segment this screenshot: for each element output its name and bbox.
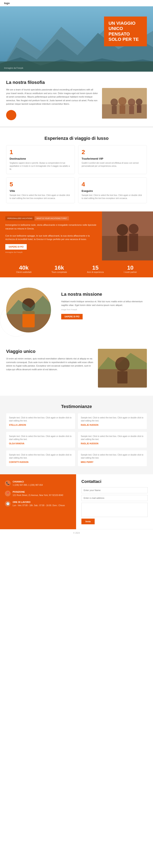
- test-name-3: OLGA IVANOVA: [9, 442, 72, 445]
- contact-right: Contattaci Invia: [76, 474, 153, 529]
- viaggio-title: Viaggio unico: [6, 349, 94, 354]
- header: logo: [0, 0, 153, 6]
- stat-label-2: Tours completate: [52, 271, 67, 273]
- mission-button[interactable]: SAPERE DI PIÙ: [61, 314, 83, 319]
- stat-number-3: 15: [87, 265, 104, 271]
- stat-4: 10 I nostri partner: [124, 265, 137, 273]
- test-card-5: Sample text. Click to select the text bo…: [6, 451, 75, 466]
- contact-section: 📞 CHIAMACI 1 (236) 567-890, 1 (236) 987-…: [0, 474, 153, 529]
- test-name-2: RADLJE HUDSON: [81, 424, 144, 426]
- philosophy-content: We are a team of tourist specialists pas…: [6, 88, 147, 120]
- svg-rect-12: [129, 106, 134, 114]
- mission-section: La nostra missione Habitant morbi tristi…: [0, 277, 153, 341]
- test-card-4: Sample text. Click to select the text bo…: [78, 432, 147, 447]
- testimonials-grid: Sample text. Click to select the text bo…: [6, 413, 147, 466]
- test-text-6: Sample text. Click to select the text bo…: [81, 453, 144, 459]
- hours-details: ORE DI LAVORO Lun - Ven: 07:00 - 18h. Sa…: [13, 501, 65, 507]
- exp-title-1: Destinazione: [9, 157, 71, 160]
- mission-text-container: La nostra missione Habitant morbi tristi…: [61, 287, 147, 319]
- test-name-6: MIKE PERRY: [81, 461, 144, 463]
- test-text-3: Sample text. Click to select the text bo…: [9, 435, 72, 441]
- svg-rect-14: [137, 105, 141, 113]
- svg-rect-8: [112, 106, 117, 114]
- footer: © 2024: [0, 529, 153, 536]
- address-label: POSIZIONE: [13, 491, 63, 493]
- experience-grid: 1 Destinazione Vogliamo sapere dove e pe…: [6, 145, 147, 203]
- pers-tab-1[interactable]: PERSONALIZED VACATIONS: [5, 216, 34, 220]
- mission-image-container: [6, 287, 55, 333]
- phone-icon: 📞: [5, 480, 10, 486]
- test-text-4: Sample text. Click to select the text bo…: [81, 435, 144, 441]
- logo: logo: [4, 2, 9, 5]
- personalized-tabs: PERSONALIZED VACATIONS WHAT IS YOUR VACA…: [5, 216, 97, 220]
- svg-rect-4: [0, 61, 153, 72]
- exp-number-3: 5: [9, 181, 71, 188]
- contact-submit-button[interactable]: Invia: [82, 519, 95, 524]
- svg-point-11: [128, 99, 135, 106]
- philosophy-title: La nostra filosofia: [6, 80, 147, 85]
- exp-number-2: 2: [82, 149, 144, 156]
- contact-phone: 📞 CHIAMACI 1 (236) 567-890, 1 (236) 987-…: [5, 480, 71, 487]
- hero-text-box: UN VIAGGIO UNICO PENSATO SOLO PER TE: [104, 17, 147, 46]
- stat-2: 16k Tours completate: [52, 265, 67, 273]
- contact-form-title: Contattaci: [82, 479, 148, 484]
- personalized-section: PERSONALIZED VACATIONS WHAT IS YOUR VACA…: [0, 211, 153, 260]
- svg-point-7: [111, 99, 118, 106]
- test-text-1: Sample text. Click to select the text bo…: [9, 416, 72, 422]
- hours-value: Lun - Ven: 07:00 - 18h. Sab.: 07:00 - 16…: [13, 504, 65, 507]
- svg-point-9: [118, 97, 126, 105]
- exp-card-1: 1 Destinazione Vogliamo sapere dove e pe…: [6, 145, 75, 174]
- testimonials-section: Testimonianze Sample text. Click to sele…: [0, 396, 153, 474]
- clock-icon: 🕐: [5, 501, 10, 506]
- hero-section: UN VIAGGIO UNICO PENSATO SOLO PER TE Imm…: [0, 6, 153, 72]
- exp-card-3: 5 Ville Sample text. Click to select the…: [6, 177, 75, 203]
- hero-caption: Immagine da Freepik: [4, 67, 23, 69]
- test-name-1: STELLA LARSON: [9, 424, 72, 426]
- svg-point-29: [115, 357, 129, 371]
- contact-message-input[interactable]: [82, 503, 148, 517]
- exp-title-3: Ville: [9, 189, 71, 192]
- svg-point-13: [136, 99, 143, 105]
- phone-value: 1 (236) 567-890, 1 (236) 987-654: [13, 484, 43, 487]
- personalized-button[interactable]: SAPERE DI PIÙ: [5, 244, 27, 250]
- experience-title: Esperienza di viaggio di lusso: [6, 136, 147, 141]
- viaggio-content: Viaggio unico Ut enim ad minim veniam, q…: [6, 349, 94, 371]
- contact-name-input[interactable]: [82, 487, 148, 493]
- stat-label-4: I nostri partner: [124, 271, 137, 273]
- contact-email-input[interactable]: [82, 495, 148, 501]
- personalized-left: PERSONALIZED VACATIONS WHAT IS YOUR VACA…: [0, 211, 102, 260]
- exp-text-1: Vogliamo sapere dove e perché. Aiutaci a…: [9, 161, 71, 170]
- personalized-image: [102, 211, 153, 260]
- viaggio-text: Ut enim ad minim veniam, quis nostrud ex…: [6, 357, 94, 371]
- address-details: POSIZIONE 121 Rock Street, 21 Avenue, Ne…: [13, 491, 63, 497]
- viaggio-section: Viaggio unico Ut enim ad minim veniam, q…: [0, 341, 153, 396]
- philosophy-image: [102, 88, 147, 119]
- footer-text: © 2024: [73, 532, 80, 534]
- stat-1: 40k Clienti soddisfatti: [16, 265, 32, 273]
- mission-paragraph: Habitant morbi tristique senectus et. Ni…: [61, 300, 147, 307]
- philosophy-text: We are a team of tourist specialists pas…: [6, 88, 98, 120]
- stat-number-1: 40k: [16, 265, 32, 271]
- hours-label: ORE DI LAVORO: [13, 501, 65, 503]
- exp-number-4: 4: [82, 181, 144, 188]
- test-card-2: Sample text. Click to select the text bo…: [78, 413, 147, 429]
- personalized-text: Immergetevi in bellissime isole, storia …: [5, 223, 97, 241]
- test-card-1: Sample text. Click to select the text bo…: [6, 413, 75, 429]
- exp-title-4: Eseguire: [82, 189, 144, 192]
- mission-title: La nostra missione: [61, 292, 147, 297]
- exp-text-2: Goditl il comfort dei nostri veicoli ed …: [82, 161, 144, 167]
- mission-circle-image: [6, 287, 51, 333]
- philosophy-paragraph: We are a team of tourist specialists pas…: [6, 88, 98, 106]
- test-text-5: Sample text. Click to select the text bo…: [9, 453, 72, 459]
- address-value: 121 Rock Street, 21 Avenue, New York, NY…: [13, 494, 63, 497]
- pers-tab-2[interactable]: WHAT IS YOUR VACATIONS TYPE?: [34, 216, 69, 220]
- contact-form: Invia: [82, 487, 148, 524]
- svg-rect-30: [117, 371, 127, 383]
- stat-number-2: 16k: [52, 265, 67, 271]
- svg-point-17: [117, 224, 128, 236]
- svg-point-19: [129, 224, 139, 234]
- location-icon: 📍: [5, 491, 10, 496]
- stat-3: 15 Anni di esperienza: [87, 265, 104, 273]
- exp-text-3: Sample text. Click to select the text bo…: [9, 194, 71, 200]
- exp-number-1: 1: [9, 149, 71, 156]
